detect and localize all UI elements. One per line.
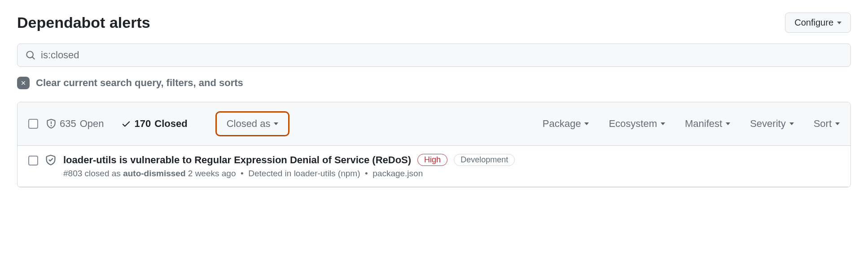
caret-down-icon bbox=[835, 122, 840, 125]
caret-down-icon bbox=[274, 122, 278, 125]
closed-label: Closed bbox=[154, 118, 187, 130]
clear-filters-link[interactable]: Clear current search query, filters, and… bbox=[17, 77, 243, 89]
select-all-checkbox[interactable] bbox=[28, 119, 38, 129]
open-count: 635 bbox=[60, 118, 76, 130]
row-checkbox[interactable] bbox=[28, 156, 38, 165]
closed-count: 170 bbox=[135, 118, 151, 130]
filter-package-label: Package bbox=[543, 118, 581, 130]
search-input[interactable] bbox=[41, 49, 842, 61]
filter-sort[interactable]: Sort bbox=[814, 118, 840, 130]
alert-title-link[interactable]: loader-utils is vulnerable to Regular Ex… bbox=[63, 154, 411, 166]
shield-alert-icon bbox=[46, 119, 56, 129]
filter-ecosystem-label: Ecosystem bbox=[609, 118, 657, 130]
caret-down-icon bbox=[789, 122, 794, 125]
close-icon bbox=[17, 77, 30, 89]
check-icon bbox=[121, 119, 131, 129]
page-title: Dependabot alerts bbox=[17, 14, 150, 31]
alert-detected: Detected in loader-utils (npm) bbox=[248, 169, 360, 178]
caret-down-icon bbox=[726, 122, 730, 125]
caret-down-icon bbox=[661, 122, 665, 125]
search-bar[interactable] bbox=[17, 44, 851, 67]
caret-down-icon bbox=[837, 22, 842, 24]
closed-as-filter-highlight: Closed as bbox=[215, 111, 290, 136]
filter-ecosystem[interactable]: Ecosystem bbox=[609, 118, 665, 130]
list-header: 635 Open 170 Closed Closed as Package Ec… bbox=[18, 102, 850, 146]
filter-sort-label: Sort bbox=[814, 118, 832, 130]
open-label: Open bbox=[80, 118, 104, 130]
filter-package[interactable]: Package bbox=[543, 118, 589, 130]
filter-closed-as-label: Closed as bbox=[227, 118, 271, 130]
tab-closed[interactable]: 170 Closed bbox=[121, 118, 188, 130]
filter-manifest[interactable]: Manifest bbox=[685, 118, 730, 130]
row-content: loader-utils is vulnerable to Regular Ex… bbox=[63, 154, 840, 179]
configure-button[interactable]: Configure bbox=[785, 13, 851, 33]
caret-down-icon bbox=[584, 122, 589, 125]
alert-id: #803 bbox=[63, 169, 82, 178]
alert-manifest: package.json bbox=[373, 169, 423, 178]
clear-filters-label: Clear current search query, filters, and… bbox=[36, 77, 243, 89]
alerts-list: 635 Open 170 Closed Closed as Package Ec… bbox=[17, 102, 851, 187]
alert-meta: #803 closed as auto-dismissed 2 weeks ag… bbox=[63, 169, 840, 179]
filter-severity-label: Severity bbox=[750, 118, 785, 130]
filter-severity[interactable]: Severity bbox=[750, 118, 793, 130]
severity-badge: High bbox=[417, 154, 447, 166]
alert-row[interactable]: loader-utils is vulnerable to Regular Ex… bbox=[18, 146, 850, 187]
filter-closed-as[interactable]: Closed as bbox=[227, 118, 279, 130]
tab-open[interactable]: 635 Open bbox=[46, 118, 104, 130]
alert-time: 2 weeks ago bbox=[188, 169, 236, 178]
alert-status-value: auto-dismissed bbox=[123, 169, 185, 178]
filter-manifest-label: Manifest bbox=[685, 118, 722, 130]
filters-group: Package Ecosystem Manifest Severity Sort bbox=[543, 118, 840, 130]
scope-badge: Development bbox=[454, 154, 515, 166]
search-icon bbox=[26, 50, 35, 60]
shield-check-icon bbox=[45, 155, 56, 165]
alert-status-prefix: closed as bbox=[85, 169, 121, 178]
configure-label: Configure bbox=[794, 17, 833, 28]
